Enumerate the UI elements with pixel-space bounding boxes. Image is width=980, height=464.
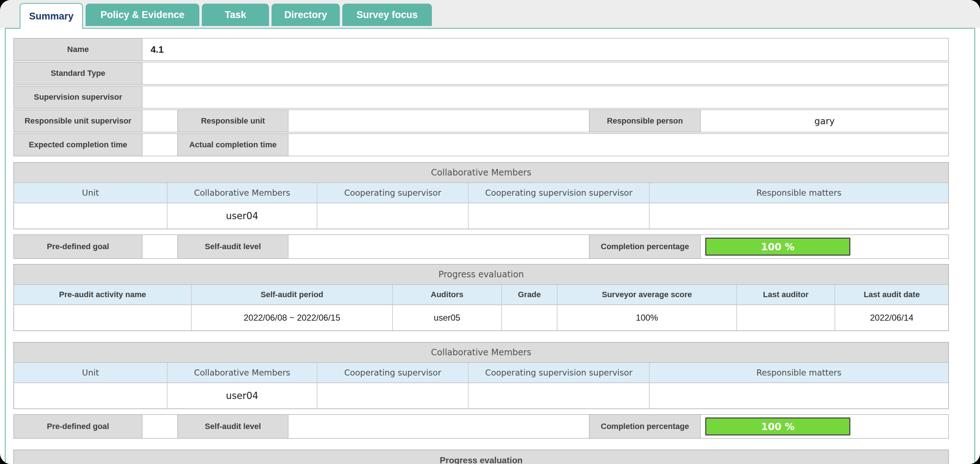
progress-evaluation-section-1: Progress evaluation Pre-audit activity n… [13, 264, 949, 331]
tab-directory[interactable]: Directory [272, 3, 340, 26]
completion-percentage-cell: 100 % [700, 234, 949, 259]
name-label: Name [13, 38, 143, 61]
responsible-unit-supervisor-label: Responsible unit supervisor [13, 110, 143, 132]
section-title: Progress evaluation [14, 450, 948, 464]
cell-responsible-matters [649, 383, 948, 408]
column-header-responsible-matters: Responsible matters [649, 363, 948, 382]
field-row-name: Name 4.1 [13, 38, 949, 61]
standard-type-label: Standard Type [13, 62, 143, 85]
tab-bar: Summary Policy & Evidence Task Directory… [0, 0, 980, 28]
self-audit-level-value [288, 414, 590, 439]
column-header-responsible-matters: Responsible matters [649, 183, 948, 203]
field-row-completion-time: Expected completion time Actual completi… [13, 133, 949, 156]
column-header-cooperating-supervisor: Cooperating supervisor [317, 183, 468, 203]
field-row-responsible-unit: Responsible unit supervisor Responsible … [13, 110, 949, 132]
completion-percentage-cell: 100 % [700, 414, 949, 439]
progress-evaluation-section-2: Progress evaluation [13, 450, 949, 464]
column-header-cooperating-supervisor: Cooperating supervisor [317, 363, 468, 382]
cell-cooperating-supervision-supervisor [468, 383, 649, 408]
cell-unit [14, 203, 167, 229]
cell-self-audit-period: 2022/06/08 ~ 2022/06/15 [191, 305, 392, 331]
table-header-row: Unit Collaborative Members Cooperating s… [14, 362, 948, 383]
cell-unit [14, 383, 167, 408]
name-value: 4.1 [142, 38, 949, 61]
cell-cooperating-supervision-supervisor [468, 203, 649, 229]
field-row-standard-type: Standard Type [13, 62, 949, 85]
tab-policy-evidence[interactable]: Policy & Evidence [86, 3, 199, 26]
pre-defined-goal-row-1: Pre-defined goal Self-audit level Comple… [13, 234, 949, 259]
column-header-cooperating-supervision-supervisor: Cooperating supervision supervisor [468, 183, 649, 203]
collaborative-members-section-1: Collaborative Members Unit Collaborative… [13, 162, 949, 229]
tab-survey-focus[interactable]: Survey focus [342, 3, 432, 26]
responsible-unit-label: Responsible unit [177, 110, 288, 132]
actual-completion-time-label: Actual completion time [177, 133, 288, 156]
field-row-supervision-supervisor: Supervision supervisor [13, 86, 949, 109]
column-header-average-score: Surveyor average score [557, 285, 736, 304]
self-audit-level-label: Self-audit level [177, 234, 288, 259]
cell-last-auditor [736, 305, 834, 331]
tab-summary[interactable]: Summary [19, 3, 83, 29]
cell-auditors: user05 [392, 305, 501, 331]
summary-content: Name 4.1 Standard Type Supervision super… [13, 29, 949, 464]
completion-progress-bar: 100 % [705, 418, 850, 435]
table-header-row: Unit Collaborative Members Cooperating s… [14, 182, 948, 203]
expected-completion-time-value [142, 133, 178, 156]
expected-completion-time-label: Expected completion time [13, 133, 143, 156]
tab-task[interactable]: Task [202, 3, 269, 26]
cell-members: user04 [167, 203, 317, 229]
column-header-grade: Grade [501, 285, 557, 304]
completion-progress-bar: 100 % [705, 238, 850, 256]
cell-activity-name [14, 305, 191, 331]
standard-type-value [142, 62, 949, 85]
supervision-supervisor-value [142, 86, 949, 109]
self-audit-level-label: Self-audit level [177, 414, 288, 439]
column-header-unit: Unit [14, 363, 167, 382]
table-row: user04 [14, 383, 948, 408]
cell-members: user04 [167, 383, 317, 408]
actual-completion-time-value [288, 133, 949, 156]
completion-percentage-label: Completion percentage [589, 414, 701, 439]
table-row: 2022/06/08 ~ 2022/06/15 user05 100% 2022… [14, 305, 948, 331]
pre-defined-goal-value [142, 234, 178, 259]
table-header-row: Pre-audit activity name Self-audit perio… [14, 284, 948, 305]
section-title: Progress evaluation [14, 265, 948, 284]
supervision-supervisor-label: Supervision supervisor [13, 86, 143, 109]
app-window: Summary Policy & Evidence Task Directory… [0, 0, 980, 464]
pre-defined-goal-label: Pre-defined goal [13, 414, 143, 439]
cell-cooperating-supervisor [317, 203, 468, 229]
section-title: Collaborative Members [14, 163, 948, 182]
column-header-last-auditor: Last auditor [736, 285, 834, 304]
responsible-unit-value [288, 110, 590, 132]
responsible-unit-supervisor-value [142, 110, 178, 132]
cell-average-score: 100% [557, 305, 736, 331]
column-header-cooperating-supervision-supervisor: Cooperating supervision supervisor [468, 363, 649, 382]
pre-defined-goal-row-2: Pre-defined goal Self-audit level Comple… [13, 414, 949, 439]
column-header-activity-name: Pre-audit activity name [14, 285, 191, 304]
pre-defined-goal-value [142, 414, 178, 439]
column-header-members: Collaborative Members [167, 183, 317, 203]
cell-responsible-matters [649, 203, 948, 229]
column-header-unit: Unit [14, 183, 167, 203]
summary-panel: Name 4.1 Standard Type Supervision super… [5, 28, 975, 464]
self-audit-level-value [288, 234, 590, 259]
responsible-person-value: gary [700, 110, 949, 132]
pre-defined-goal-label: Pre-defined goal [13, 234, 143, 259]
responsible-person-label: Responsible person [589, 110, 701, 132]
column-header-members: Collaborative Members [167, 363, 317, 382]
cell-last-audit-date: 2022/06/14 [834, 305, 948, 331]
column-header-last-audit-date: Last audit date [834, 285, 948, 304]
completion-percentage-label: Completion percentage [589, 234, 701, 259]
section-title: Collaborative Members [14, 343, 948, 362]
column-header-auditors: Auditors [392, 285, 501, 304]
cell-grade [501, 305, 557, 331]
table-row: user04 [14, 203, 948, 229]
cell-cooperating-supervisor [317, 383, 468, 408]
column-header-self-audit-period: Self-audit period [191, 285, 392, 304]
collaborative-members-section-2: Collaborative Members Unit Collaborative… [13, 342, 949, 409]
